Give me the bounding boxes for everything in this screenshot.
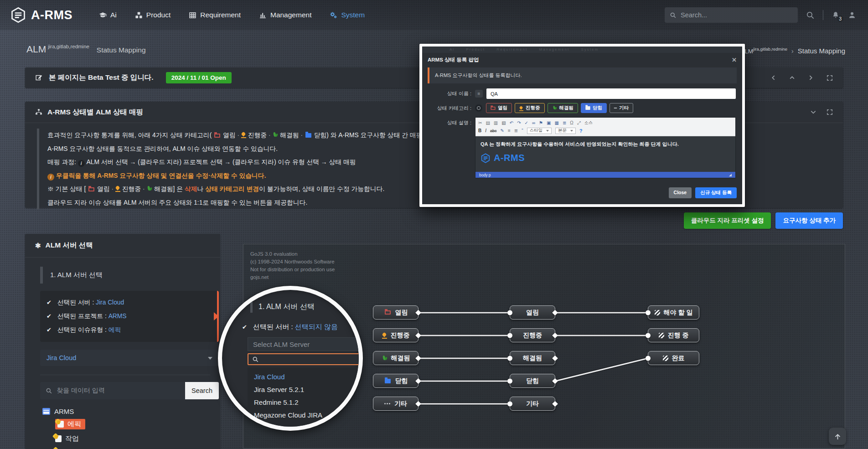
chevron-right-icon[interactable] [808, 75, 814, 81]
editor-content[interactable]: QA 는 정확하게 요구사항을 수용하여 서비스에 반영되었는지 확인하는 최종… [475, 136, 735, 172]
tree-item[interactable]: 에픽 [55, 419, 85, 429]
editor-text: QA 는 정확하게 요구사항을 수용하여 서비스에 반영되었는지 확인하는 최종… [480, 141, 730, 148]
help-icon[interactable]: ? [579, 128, 582, 134]
toolbar-icon[interactable]: I [485, 128, 486, 133]
server-filter-input[interactable] [248, 353, 362, 365]
search-placeholder: Search... [681, 11, 707, 19]
editor-resize-handle[interactable] [729, 174, 732, 176]
breadcrumb-root[interactable]: ALMjira,gitlab,redmine [740, 46, 787, 55]
toolbar-icon[interactable]: ↶ [510, 120, 513, 125]
jira-status-node[interactable]: 해야 할 일 [648, 305, 699, 320]
toolbar-icon[interactable]: B [478, 128, 481, 133]
menu-item[interactable]: System [330, 11, 365, 19]
toolbar-icon[interactable]: ▧ [501, 120, 506, 125]
jira-status-node[interactable]: 진행 중 [648, 328, 699, 342]
alm-status-node[interactable]: 닫힘 [373, 374, 418, 388]
close-icon[interactable]: ✕ [732, 58, 737, 62]
circle-port[interactable] [646, 356, 651, 361]
circle-port[interactable] [507, 401, 512, 406]
toolbar-icon[interactable]: ≣ [563, 120, 566, 125]
style-dropdown[interactable]: 스타일 [527, 128, 552, 134]
alm-server-dropdown[interactable]: Jira Cloud [40, 350, 219, 366]
arms-status-node[interactable]: 해결됨 [510, 351, 555, 365]
circle-port[interactable] [507, 378, 512, 383]
jira-preset-button[interactable]: 클라우드 지라 프리셋 설정 [684, 212, 771, 229]
server-option[interactable]: Jira Server 5.2.1 [254, 386, 363, 393]
scroll-to-top-button[interactable] [829, 428, 846, 445]
editor-toolbar-row2: BIabc✎≡≣“ 스타일 본문 ? [478, 127, 733, 134]
toolbar-icon[interactable]: ▣ [547, 120, 551, 125]
toolbar-icon[interactable]: ∞ [532, 120, 535, 125]
expand-icon[interactable] [827, 109, 833, 115]
toolbar-icon[interactable]: ▦ [554, 120, 558, 125]
toolbar-icon[interactable]: ⚑ [539, 120, 543, 125]
toolbar-icon[interactable]: “ [522, 128, 523, 133]
alm-status-node[interactable]: 진행중 [373, 328, 418, 342]
menu-item[interactable]: Management [259, 11, 311, 19]
category-chip[interactable]: 열림 [486, 103, 512, 113]
alm-status-node[interactable]: 기타 [373, 397, 418, 411]
alm-status-node[interactable]: 해결됨 [373, 351, 418, 365]
category-chip[interactable]: 해결됨 [548, 103, 579, 113]
table-icon [189, 11, 196, 19]
search-button-icon[interactable] [806, 11, 815, 20]
alm-status-node[interactable]: 열림 [373, 305, 418, 320]
chevron-up-icon[interactable] [789, 75, 795, 81]
circle-port[interactable] [507, 333, 512, 338]
tree-search-input[interactable]: 찾을 데이터 입력 [40, 382, 185, 399]
toolbar-icon[interactable]: ▥ [494, 120, 498, 125]
arms-status-node[interactable]: 진행중 [510, 328, 555, 342]
chevron-down-icon[interactable] [810, 109, 816, 115]
tree-item[interactable]: 작업 [55, 434, 79, 443]
tree-search-button[interactable]: Search [185, 382, 219, 399]
circle-port[interactable] [507, 356, 512, 361]
category-chip[interactable]: 기타 [610, 103, 633, 113]
category-chip[interactable]: 진행중 [515, 103, 545, 113]
menu-item[interactable]: Ai [99, 11, 117, 19]
category-chip[interactable]: 닫힘 [581, 103, 607, 113]
circle-port[interactable] [507, 310, 512, 315]
server-option[interactable]: Jira Cloud [254, 373, 363, 381]
modal-close-button[interactable]: Close [669, 187, 692, 198]
toolbar-icon[interactable]: 소스 [584, 120, 593, 126]
menu-item[interactable]: Requirement [189, 11, 241, 19]
toolbar-icon[interactable]: Ω [570, 120, 573, 125]
tree-root-arms[interactable]: ARMS [42, 408, 220, 415]
toolbar-icon[interactable]: ✂ [478, 120, 482, 125]
arms-status-node[interactable]: 닫힘 [510, 374, 555, 388]
project-window-icon [42, 408, 50, 415]
user-menu-button[interactable] [848, 11, 856, 19]
toolbar-icon[interactable]: ⤢ [577, 120, 581, 126]
toolbar-icon[interactable]: ≣ [514, 128, 518, 133]
toolbar-icon[interactable]: ≡ [508, 128, 511, 133]
circle-port[interactable] [646, 333, 651, 338]
notifications-button[interactable]: 3 [832, 11, 840, 19]
arms-status-node[interactable]: 기타 [510, 397, 555, 411]
menu-item[interactable]: Product [135, 11, 170, 19]
modal-submit-button[interactable]: 신규 상태 등록 [695, 187, 737, 198]
arms-status-node[interactable]: 열림 [510, 305, 555, 320]
brand-logo[interactable]: A-RMS [10, 7, 72, 23]
format-dropdown[interactable]: 본문 [555, 128, 576, 134]
toolbar-icon[interactable]: abc [490, 129, 497, 133]
search-input[interactable]: Search... [665, 7, 798, 23]
step-label: 1. ALM 서버 선택 [40, 267, 210, 284]
bar-chart-icon [259, 11, 267, 19]
magnifier-callout: 1. ALM 서버 선택 ✔ 선택된 서버 : 선택되지 않음 Select A… [218, 286, 363, 431]
alm-server-select[interactable]: Select ALM Server [248, 337, 362, 351]
chevron-left-icon[interactable] [770, 75, 776, 81]
expand-icon[interactable] [827, 75, 833, 81]
page-subtitle: Status Mapping [97, 46, 146, 54]
toolbar-icon[interactable]: ▤ [486, 120, 490, 125]
status-name-input[interactable]: QA [486, 88, 736, 99]
gears-icon [330, 11, 337, 19]
toolbar-icon[interactable]: ✓ [525, 120, 528, 125]
toolbar-icon[interactable]: ✎ [501, 128, 504, 133]
toolbar-icon[interactable]: ↷ [517, 120, 521, 125]
jira-status-node[interactable]: 완료 [648, 351, 699, 365]
editor-element-path: body p [475, 172, 735, 178]
circle-port[interactable] [646, 310, 651, 315]
main-menu: Ai Product Requirement Management System [99, 11, 365, 19]
add-status-button[interactable]: 요구사항 상태 추가 [775, 212, 843, 229]
ic-folder-open-icon [491, 106, 495, 109]
